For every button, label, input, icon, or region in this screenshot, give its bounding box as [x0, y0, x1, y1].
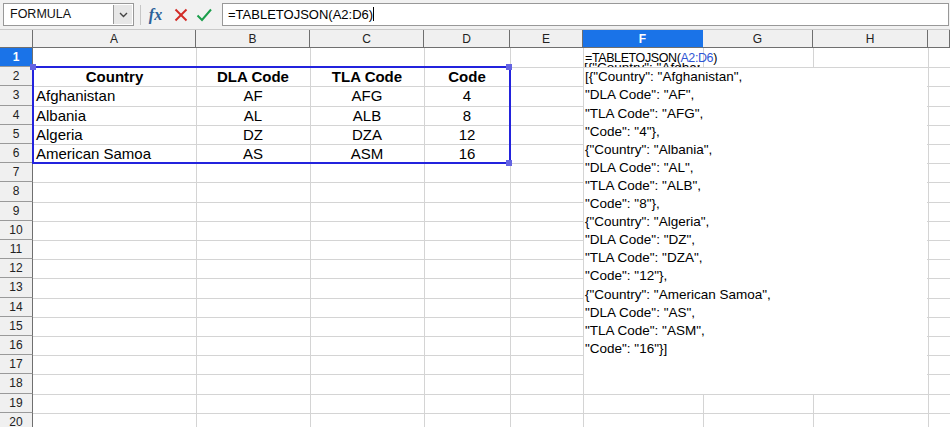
grid-hline [33, 413, 950, 414]
column-header-C[interactable]: C [310, 30, 424, 48]
grid-vline [813, 48, 814, 67]
grid-vline [813, 394, 814, 427]
json-output-line: "Code": "12"}, [585, 267, 667, 285]
json-output-line: "DLA Code": "AF", [585, 86, 694, 104]
range-handle-top-left[interactable] [30, 64, 36, 70]
row-header-18[interactable]: 18 [0, 374, 33, 393]
cancel-x-icon [174, 8, 188, 22]
json-output-line: "TLA Code": "ASM", [585, 321, 705, 339]
formula-input-value: =TABLETOJSON(A2:D6) [228, 7, 373, 22]
column-header-E[interactable]: E [510, 30, 583, 48]
grid-vline [703, 394, 704, 427]
json-output-line: {"Country": "Albania", [585, 140, 712, 158]
row-header-9[interactable]: 9 [0, 202, 33, 221]
row-header-2[interactable]: 2 [0, 67, 33, 86]
row-header-20[interactable]: 20 [0, 413, 33, 427]
row-header-4[interactable]: 4 [0, 106, 33, 125]
json-output-line: [{"Country": "Afghanistan", [585, 68, 742, 86]
json-output-line: "DLA Code": "AS", [585, 303, 695, 321]
fx-icon: fx [149, 6, 162, 24]
name-box[interactable]: FORMULA [3, 3, 134, 26]
name-box-value: FORMULA [10, 4, 71, 25]
grid-hline [33, 394, 950, 395]
row-header-14[interactable]: 14 [0, 298, 33, 317]
formula-input[interactable]: =TABLETOJSON(A2:D6) [222, 3, 949, 26]
json-output-line: "TLA Code": "AFG", [585, 104, 703, 122]
spreadsheet-app: FORMULA fx =TABLETOJSON(A2:D6) [0, 0, 950, 427]
row-header-11[interactable]: 11 [0, 240, 33, 259]
row-header-6[interactable]: 6 [0, 144, 33, 163]
row-header-8[interactable]: 8 [0, 182, 33, 201]
formula-toolbar: FORMULA fx =TABLETOJSON(A2:D6) [0, 0, 950, 30]
formula-suffix: ) [713, 51, 717, 65]
json-output-line: "Code": "8"}, [585, 195, 660, 213]
accept-check-icon [196, 8, 213, 22]
cancel-button[interactable] [169, 3, 192, 27]
json-output-line: "TLA Code": "ALB", [585, 176, 701, 194]
row-header-12[interactable]: 12 [0, 259, 33, 278]
json-output-line: "Code": "4"}, [585, 122, 660, 140]
json-output-line: {"Country": "Algeria", [585, 213, 709, 231]
json-output-line: "DLA Code": "AL", [585, 158, 693, 176]
reference-range-border [32, 66, 511, 164]
select-all-corner[interactable] [0, 30, 33, 48]
row-header-1[interactable]: 1 [0, 48, 33, 67]
function-wizard-button[interactable]: fx [144, 3, 167, 27]
range-handle-bottom-right[interactable] [506, 160, 512, 166]
json-output-line: "DLA Code": "DZ", [585, 231, 695, 249]
column-header-B[interactable]: B [196, 30, 310, 48]
row-header-16[interactable]: 16 [0, 336, 33, 355]
row-header-17[interactable]: 17 [0, 355, 33, 374]
row-header-7[interactable]: 7 [0, 163, 33, 182]
row-header-13[interactable]: 13 [0, 278, 33, 297]
row-header-19[interactable]: 19 [0, 394, 33, 413]
column-header-A[interactable]: A [33, 30, 196, 48]
column-header-F[interactable]: F [583, 30, 703, 48]
row-header-5[interactable]: 5 [0, 125, 33, 144]
column-header-H[interactable]: H [813, 30, 928, 48]
json-output-line: {"Country": "American Samoa", [585, 285, 771, 303]
clipped-text-fragment: [{"Country": "Afghanistan", [584, 63, 700, 68]
chevron-down-icon [119, 12, 128, 18]
toolbar-separator [140, 5, 141, 25]
column-header-partial[interactable] [928, 30, 950, 48]
accept-button[interactable] [193, 3, 216, 27]
column-header-D[interactable]: D [424, 30, 510, 48]
json-output-line: "Code": "16"}] [585, 339, 667, 357]
row-header-3[interactable]: 3 [0, 86, 33, 105]
column-header-G[interactable]: G [703, 30, 813, 48]
row-header-10[interactable]: 10 [0, 221, 33, 240]
text-caret [373, 7, 374, 21]
range-handle-top-right[interactable] [506, 64, 512, 70]
name-box-dropdown-button[interactable] [113, 5, 132, 24]
json-output-line: "TLA Code": "DZA", [585, 249, 702, 267]
row-header-15[interactable]: 15 [0, 317, 33, 336]
